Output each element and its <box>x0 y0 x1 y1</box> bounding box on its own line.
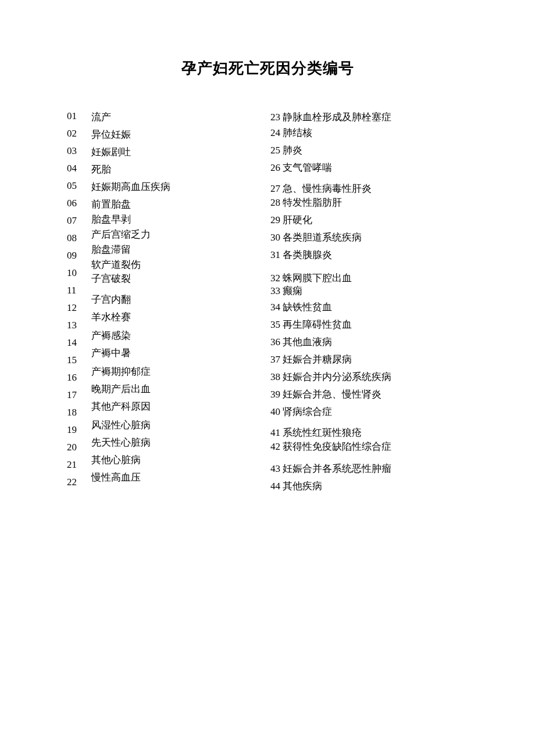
list-item: 40 肾病综合症 <box>270 405 468 426</box>
list-item: 30 各类胆道系统疾病 <box>270 231 468 248</box>
item-label: 子宫内翻 <box>91 289 170 307</box>
left-column: 01 02 03 04 05 06 07 08 09 10 11 12 13 1… <box>67 110 259 497</box>
list-item: 36 其他血液病 <box>270 335 468 353</box>
item-number: 18 <box>67 407 91 424</box>
item-label: 子宫破裂 <box>91 272 170 289</box>
item-number: 21 <box>67 459 91 476</box>
list-item: 27 急、慢性病毒性肝炎 <box>270 182 468 196</box>
item-label: 妊娠期高血压疾病 <box>91 180 170 198</box>
item-number: 20 <box>67 442 91 459</box>
item-label: 前置胎盘 <box>91 198 170 213</box>
left-number-column: 01 02 03 04 05 06 07 08 09 10 11 12 13 1… <box>67 110 91 494</box>
list-item: 31 各类胰腺炎 <box>270 248 468 271</box>
list-item: 32 蛛网膜下腔出血 <box>270 271 468 284</box>
item-number: 09 <box>67 250 91 267</box>
list-item: 37 妊娠合并糖尿病 <box>270 353 468 370</box>
item-label: 胎盘早剥 <box>91 213 170 228</box>
document-page: 孕产妇死亡死因分类编号 01 02 03 04 05 06 07 08 09 1… <box>0 0 535 497</box>
list-item: 35 再生障碍性贫血 <box>270 318 468 335</box>
item-number: 03 <box>67 145 91 163</box>
list-item: 26 支气管哮喘 <box>270 161 468 182</box>
item-label: 产褥期抑郁症 <box>91 359 170 377</box>
list-item: 24 肺结核 <box>270 126 468 144</box>
item-label: 产褥感染 <box>91 324 170 342</box>
list-item: 44 其他疾病 <box>270 479 468 497</box>
list-item: 29 肝硬化 <box>270 213 468 231</box>
item-label: 晚期产后出血 <box>91 377 170 394</box>
list-item: 28 特发性脂肪肝 <box>270 196 468 213</box>
list-item: 41 系统性红斑性狼疮 <box>270 426 468 440</box>
item-label: 流产 <box>91 110 170 128</box>
list-item: 42 获得性免疫缺陷性综合症 <box>270 440 468 462</box>
item-number: 10 <box>67 267 91 285</box>
item-label: 死胎 <box>91 163 170 180</box>
item-label: 胎盘滞留 <box>91 243 170 258</box>
item-number: 19 <box>67 424 91 442</box>
item-number: 22 <box>67 476 91 494</box>
page-title: 孕产妇死亡死因分类编号 <box>67 58 468 78</box>
left-label-column: 流产 异位妊娠 妊娠剧吐 死胎 妊娠期高血压疾病 前置胎盘 胎盘早剥 产后宫缩乏… <box>91 110 170 494</box>
item-number: 15 <box>67 354 91 372</box>
item-number: 02 <box>67 128 91 145</box>
item-number: 16 <box>67 372 91 389</box>
item-number: 08 <box>67 232 91 250</box>
item-number: 14 <box>67 337 91 354</box>
list-item: 23 静脉血栓形成及肺栓塞症 <box>270 110 468 126</box>
item-number: 17 <box>67 389 91 407</box>
list-item: 25 肺炎 <box>270 144 468 161</box>
item-label: 产褥中暑 <box>91 342 170 359</box>
item-number: 06 <box>67 198 91 215</box>
item-label: 异位妊娠 <box>91 128 170 145</box>
item-number: 07 <box>67 215 91 232</box>
right-column: 23 静脉血栓形成及肺栓塞症 24 肺结核 25 肺炎 26 支气管哮喘 27 … <box>270 110 468 497</box>
item-number: 13 <box>67 320 91 337</box>
item-number: 04 <box>67 163 91 180</box>
list-item: 33 癫痫 <box>270 284 468 300</box>
item-label: 羊水栓赛 <box>91 307 170 324</box>
item-label: 产后宫缩乏力 <box>91 228 170 243</box>
two-column-layout: 01 02 03 04 05 06 07 08 09 10 11 12 13 1… <box>67 110 468 497</box>
item-label: 风湿性心脏病 <box>91 411 170 429</box>
item-number: 05 <box>67 180 91 198</box>
item-label: 妊娠剧吐 <box>91 145 170 163</box>
list-item: 38 妊娠合并内分泌系统疾病 <box>270 370 468 388</box>
item-number: 12 <box>67 302 91 320</box>
item-number: 01 <box>67 110 91 128</box>
item-label: 软产道裂伤 <box>91 258 170 272</box>
list-item: 43 妊娠合并各系统恶性肿瘤 <box>270 462 468 479</box>
list-item: 34 缺铁性贫血 <box>270 300 468 318</box>
item-label: 其他产科原因 <box>91 394 170 411</box>
list-item: 39 妊娠合并急、慢性肾炎 <box>270 388 468 405</box>
item-number: 11 <box>67 285 91 302</box>
